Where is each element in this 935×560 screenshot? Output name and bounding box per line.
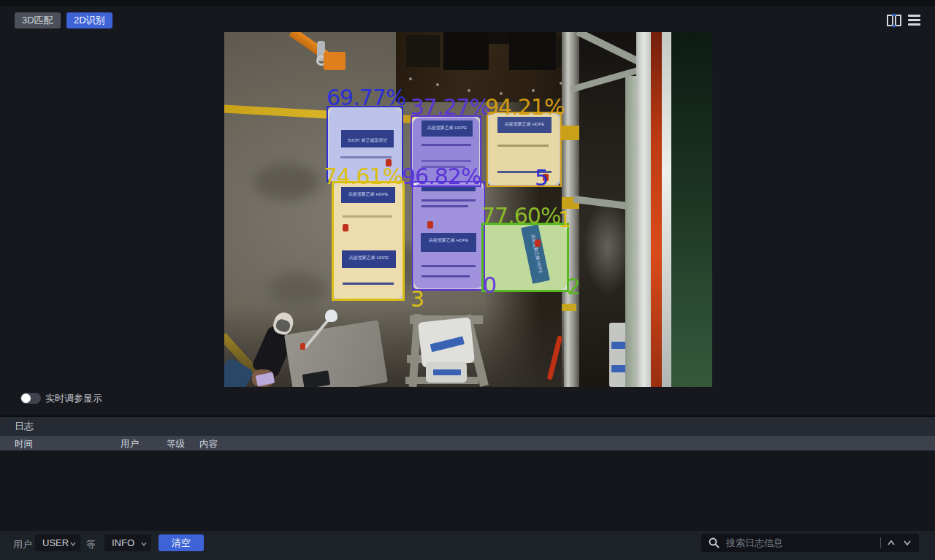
ceiling-metal-plate [396,32,584,102]
search-next-icon[interactable] [903,539,912,547]
clear-log-button[interactable]: 清空 [159,534,204,551]
detection-index-label: 1 [558,207,571,232]
menu-icon[interactable] [908,13,924,28]
confidence-label: 77.60% [481,203,560,229]
robot-arm-bracket [324,52,346,70]
chevron-down-icon [141,541,147,547]
white-door-strip [662,32,671,387]
toggle-knob [21,394,31,403]
level-filter-select[interactable]: INFO [104,534,151,551]
log-panel-title: 日志 [15,420,34,433]
detection-index-label: 5 [535,165,548,191]
white-door-frame [636,32,651,387]
log-search-box [701,534,919,552]
compare-panels-icon[interactable] [886,13,902,28]
post-yellow-tape [562,304,576,311]
log-column-time: 时间 [15,438,33,450]
detection-box [332,181,405,301]
search-prev-icon[interactable] [887,539,896,547]
realtime-param-toggle-label: 实时调参显示 [45,392,102,405]
chevron-down-icon [70,541,76,547]
level-filter-label: 等 [86,538,96,551]
realtime-param-toggle[interactable] [20,393,41,404]
window-top-edge [0,0,935,6]
app-window: 3D匹配 2D识别 [0,0,935,560]
white-plastic-bags [426,362,467,383]
confidence-label: 94.21% [485,94,564,120]
confidence-label: 37.27% [411,94,489,120]
log-column-level: 等级 [167,438,185,450]
detection-box [412,181,485,291]
vertical-beam [625,76,636,387]
log-column-user: 用户 [121,438,139,450]
log-table-body [0,450,935,531]
floor-stain [253,164,319,200]
detection-index-label: 0 [483,272,496,298]
user-filter-value: USER [42,537,69,548]
log-panel-header [0,415,935,436]
post-yellow-tape [562,126,579,140]
user-filter-label: 用户 [13,538,32,551]
antenna-rod-tag [325,310,337,322]
floor-stain [268,273,327,307]
user-filter-select[interactable]: USER [35,534,80,551]
white-plastic-bags [418,317,475,367]
confidence-label: 74.61% [324,164,402,189]
confidence-label: 69.77% [327,85,405,110]
level-filter-value: INFO [112,537,134,548]
log-table-header [0,436,935,450]
detection-index-label: 3 [411,286,424,312]
search-icon [709,537,720,548]
antenna-rod-tip [300,343,305,350]
log-column-content: 内容 [199,438,218,450]
log-search-input[interactable] [726,534,843,551]
camera-image: 高密度聚乙烯 HDPE 高密度聚乙烯 HDPE 高密度聚乙烯 HDPE 高密度聚… [224,32,712,387]
confidence-label: 96.82% [402,164,481,189]
detection-box [486,112,562,187]
green-door-panel [671,32,712,387]
tab-2d-recognition[interactable]: 2D识别 [66,12,112,28]
red-door-strip [651,32,662,387]
search-divider [880,537,881,548]
tab-3d-match[interactable]: 3D匹配 [15,12,61,28]
detection-index-label: 2 [567,274,580,299]
